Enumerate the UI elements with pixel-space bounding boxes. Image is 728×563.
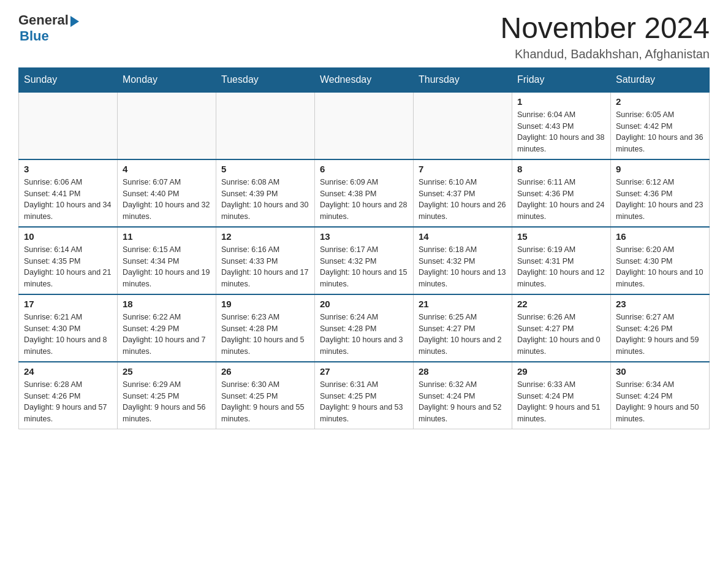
column-header-tuesday: Tuesday [216,67,315,92]
day-number: 5 [221,164,309,174]
day-sun-info: Sunrise: 6:14 AM Sunset: 4:35 PM Dayligh… [24,244,112,290]
day-number: 8 [517,164,605,174]
day-sun-info: Sunrise: 6:28 AM Sunset: 4:26 PM Dayligh… [24,379,112,425]
calendar-cell: 21Sunrise: 6:25 AM Sunset: 4:27 PM Dayli… [414,294,512,362]
calendar-cell: 29Sunrise: 6:33 AM Sunset: 4:24 PM Dayli… [512,362,611,429]
day-sun-info: Sunrise: 6:16 AM Sunset: 4:33 PM Dayligh… [221,244,309,290]
day-sun-info: Sunrise: 6:06 AM Sunset: 4:41 PM Dayligh… [24,177,112,223]
day-number: 25 [123,366,211,377]
day-sun-info: Sunrise: 6:33 AM Sunset: 4:24 PM Dayligh… [517,379,605,425]
day-number: 13 [320,231,408,242]
calendar-week-row: 1Sunrise: 6:04 AM Sunset: 4:43 PM Daylig… [19,92,710,159]
calendar-week-row: 3Sunrise: 6:06 AM Sunset: 4:41 PM Daylig… [19,159,710,227]
day-sun-info: Sunrise: 6:08 AM Sunset: 4:39 PM Dayligh… [221,177,309,223]
calendar-cell: 18Sunrise: 6:22 AM Sunset: 4:29 PM Dayli… [118,294,216,362]
calendar-title: November 2024 [500,12,710,45]
day-sun-info: Sunrise: 6:26 AM Sunset: 4:27 PM Dayligh… [517,312,605,358]
day-sun-info: Sunrise: 6:07 AM Sunset: 4:40 PM Dayligh… [123,177,211,223]
day-number: 2 [616,96,704,107]
calendar-header-row: SundayMondayTuesdayWednesdayThursdayFrid… [19,67,710,92]
day-sun-info: Sunrise: 6:34 AM Sunset: 4:24 PM Dayligh… [616,379,704,425]
day-sun-info: Sunrise: 6:05 AM Sunset: 4:42 PM Dayligh… [616,109,704,155]
calendar-cell: 14Sunrise: 6:18 AM Sunset: 4:32 PM Dayli… [414,227,512,294]
day-number: 11 [123,231,211,242]
day-number: 14 [419,231,507,242]
logo-blue-text: Blue [20,28,49,44]
calendar-cell: 3Sunrise: 6:06 AM Sunset: 4:41 PM Daylig… [19,159,118,227]
calendar-cell: 13Sunrise: 6:17 AM Sunset: 4:32 PM Dayli… [315,227,414,294]
day-sun-info: Sunrise: 6:24 AM Sunset: 4:28 PM Dayligh… [320,312,408,358]
title-block: November 2024 Khandud, Badakhshan, Afgha… [500,12,710,61]
column-header-thursday: Thursday [414,67,512,92]
calendar-cell: 16Sunrise: 6:20 AM Sunset: 4:30 PM Dayli… [611,227,710,294]
day-number: 20 [320,299,408,309]
day-number: 26 [221,366,309,377]
column-header-saturday: Saturday [611,67,710,92]
day-sun-info: Sunrise: 6:18 AM Sunset: 4:32 PM Dayligh… [419,244,507,290]
calendar-cell [118,92,216,159]
calendar-cell: 28Sunrise: 6:32 AM Sunset: 4:24 PM Dayli… [414,362,512,429]
day-number: 10 [24,231,112,242]
calendar-cell: 30Sunrise: 6:34 AM Sunset: 4:24 PM Dayli… [611,362,710,429]
calendar-cell: 4Sunrise: 6:07 AM Sunset: 4:40 PM Daylig… [118,159,216,227]
day-number: 17 [24,299,112,309]
day-sun-info: Sunrise: 6:11 AM Sunset: 4:36 PM Dayligh… [517,177,605,223]
calendar-cell: 9Sunrise: 6:12 AM Sunset: 4:36 PM Daylig… [611,159,710,227]
calendar-week-row: 17Sunrise: 6:21 AM Sunset: 4:30 PM Dayli… [19,294,710,362]
day-sun-info: Sunrise: 6:20 AM Sunset: 4:30 PM Dayligh… [616,244,704,290]
calendar-cell: 24Sunrise: 6:28 AM Sunset: 4:26 PM Dayli… [19,362,118,429]
day-sun-info: Sunrise: 6:30 AM Sunset: 4:25 PM Dayligh… [221,379,309,425]
calendar-cell: 1Sunrise: 6:04 AM Sunset: 4:43 PM Daylig… [512,92,611,159]
calendar-cell [414,92,512,159]
location-subtitle: Khandud, Badakhshan, Afghanistan [500,47,710,61]
page-header: General Blue November 2024 Khandud, Bada… [18,12,710,61]
calendar-cell [315,92,414,159]
calendar-cell: 12Sunrise: 6:16 AM Sunset: 4:33 PM Dayli… [216,227,315,294]
day-sun-info: Sunrise: 6:19 AM Sunset: 4:31 PM Dayligh… [517,244,605,290]
logo-general-text: General [18,12,69,28]
day-number: 19 [221,299,309,309]
day-sun-info: Sunrise: 6:27 AM Sunset: 4:26 PM Dayligh… [616,312,704,358]
day-sun-info: Sunrise: 6:25 AM Sunset: 4:27 PM Dayligh… [419,312,507,358]
day-number: 21 [419,299,507,309]
day-sun-info: Sunrise: 6:12 AM Sunset: 4:36 PM Dayligh… [616,177,704,223]
day-number: 23 [616,299,704,309]
calendar-cell: 26Sunrise: 6:30 AM Sunset: 4:25 PM Dayli… [216,362,315,429]
day-sun-info: Sunrise: 6:17 AM Sunset: 4:32 PM Dayligh… [320,244,408,290]
day-number: 28 [419,366,507,377]
calendar-cell: 20Sunrise: 6:24 AM Sunset: 4:28 PM Dayli… [315,294,414,362]
calendar-cell: 6Sunrise: 6:09 AM Sunset: 4:38 PM Daylig… [315,159,414,227]
day-number: 24 [24,366,112,377]
logo: General Blue [18,12,79,44]
calendar-cell [216,92,315,159]
day-number: 22 [517,299,605,309]
day-number: 3 [24,164,112,174]
day-sun-info: Sunrise: 6:09 AM Sunset: 4:38 PM Dayligh… [320,177,408,223]
day-number: 7 [419,164,507,174]
day-sun-info: Sunrise: 6:32 AM Sunset: 4:24 PM Dayligh… [419,379,507,425]
calendar-week-row: 24Sunrise: 6:28 AM Sunset: 4:26 PM Dayli… [19,362,710,429]
calendar-cell: 25Sunrise: 6:29 AM Sunset: 4:25 PM Dayli… [118,362,216,429]
day-number: 18 [123,299,211,309]
day-number: 15 [517,231,605,242]
calendar-cell: 8Sunrise: 6:11 AM Sunset: 4:36 PM Daylig… [512,159,611,227]
day-sun-info: Sunrise: 6:15 AM Sunset: 4:34 PM Dayligh… [123,244,211,290]
logo-arrow-icon [70,16,79,27]
calendar-cell [19,92,118,159]
calendar-cell: 17Sunrise: 6:21 AM Sunset: 4:30 PM Dayli… [19,294,118,362]
column-header-sunday: Sunday [19,67,118,92]
calendar-cell: 19Sunrise: 6:23 AM Sunset: 4:28 PM Dayli… [216,294,315,362]
day-sun-info: Sunrise: 6:31 AM Sunset: 4:25 PM Dayligh… [320,379,408,425]
column-header-friday: Friday [512,67,611,92]
day-number: 6 [320,164,408,174]
calendar-week-row: 10Sunrise: 6:14 AM Sunset: 4:35 PM Dayli… [19,227,710,294]
day-sun-info: Sunrise: 6:22 AM Sunset: 4:29 PM Dayligh… [123,312,211,358]
day-number: 12 [221,231,309,242]
day-number: 30 [616,366,704,377]
column-header-wednesday: Wednesday [315,67,414,92]
calendar-cell: 5Sunrise: 6:08 AM Sunset: 4:39 PM Daylig… [216,159,315,227]
day-sun-info: Sunrise: 6:21 AM Sunset: 4:30 PM Dayligh… [24,312,112,358]
calendar-cell: 2Sunrise: 6:05 AM Sunset: 4:42 PM Daylig… [611,92,710,159]
calendar-cell: 7Sunrise: 6:10 AM Sunset: 4:37 PM Daylig… [414,159,512,227]
day-number: 27 [320,366,408,377]
